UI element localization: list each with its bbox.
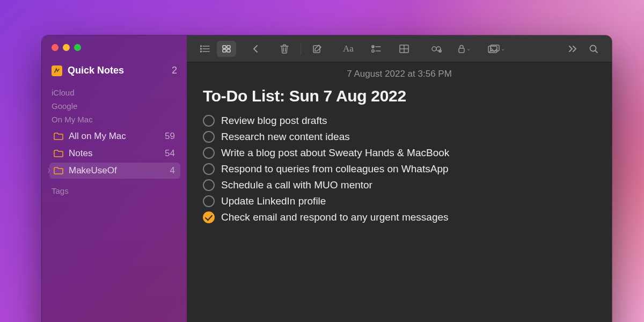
toolbar-separator bbox=[301, 43, 301, 55]
close-window-button[interactable] bbox=[52, 44, 58, 51]
quick-notes-item[interactable]: Quick Notes 2 bbox=[49, 63, 180, 78]
sidebar: Quick Notes 2 iCloud Google On My Mac Al… bbox=[42, 35, 187, 322]
note-title[interactable]: To-Do List: Sun 7 Aug 2022 bbox=[203, 87, 596, 105]
folder-name: Notes bbox=[69, 148, 92, 159]
checklist-item[interactable]: Respond to queries from colleagues on Wh… bbox=[203, 163, 596, 175]
folder-icon bbox=[54, 150, 63, 157]
checklist-checkbox[interactable] bbox=[203, 163, 215, 175]
checklist-checkbox[interactable] bbox=[203, 179, 215, 191]
folder-count: 4 bbox=[170, 165, 175, 176]
checklist-item[interactable]: Check email and respond to any urgent me… bbox=[203, 211, 596, 223]
quick-notes-count: 2 bbox=[172, 65, 177, 76]
checklist-checkbox[interactable] bbox=[203, 195, 215, 207]
disclosure-triangle-icon[interactable]: 〉 bbox=[47, 166, 54, 175]
note-timestamp: 7 August 2022 at 3:56 PM bbox=[203, 69, 596, 79]
svg-point-16 bbox=[372, 49, 374, 52]
zoom-window-button[interactable] bbox=[74, 44, 81, 51]
section-onmymac[interactable]: On My Mac bbox=[52, 115, 180, 124]
svg-point-3 bbox=[201, 46, 202, 47]
svg-point-4 bbox=[201, 48, 202, 49]
back-button[interactable] bbox=[246, 41, 265, 57]
svg-rect-26 bbox=[459, 48, 464, 53]
folder-item[interactable]: 〉MakeUseOf4 bbox=[49, 163, 180, 179]
checklist-item[interactable]: Review blog post drafts bbox=[203, 115, 596, 127]
media-button[interactable]: ⌄ bbox=[487, 41, 506, 57]
quick-notes-icon bbox=[52, 65, 62, 76]
folder-item[interactable]: All on My Mac59 bbox=[49, 128, 180, 144]
svg-point-30 bbox=[590, 45, 596, 51]
chevron-down-icon: ⌄ bbox=[466, 46, 471, 52]
checklist-checkbox[interactable] bbox=[203, 147, 215, 159]
checklist-text[interactable]: Check email and respond to any urgent me… bbox=[221, 211, 449, 223]
folder-icon bbox=[54, 167, 63, 174]
checklist-text[interactable]: Write a blog post about Sweaty Hands & M… bbox=[221, 147, 449, 159]
section-icloud[interactable]: iCloud bbox=[52, 88, 180, 97]
new-note-button[interactable] bbox=[308, 41, 327, 57]
checklist-item[interactable]: Write a blog post about Sweaty Hands & M… bbox=[203, 147, 596, 159]
section-google[interactable]: Google bbox=[52, 101, 180, 111]
checklist-checkbox[interactable] bbox=[203, 115, 215, 127]
checklist-text[interactable]: Schedule a call with MUO mentor bbox=[221, 179, 372, 191]
checklist-text[interactable]: Respond to queries from colleagues on Wh… bbox=[221, 163, 449, 175]
checklist-item[interactable]: Research new content ideas bbox=[203, 131, 596, 143]
window-controls bbox=[52, 44, 180, 51]
folder-name: All on My Mac bbox=[69, 131, 126, 142]
svg-line-31 bbox=[596, 50, 598, 53]
svg-rect-7 bbox=[227, 46, 230, 48]
link-button[interactable] bbox=[427, 41, 446, 57]
svg-point-21 bbox=[432, 47, 436, 51]
toolbar: Aa ⌄ bbox=[187, 35, 612, 62]
quick-notes-label: Quick Notes bbox=[68, 65, 124, 76]
checklist-item[interactable]: Schedule a call with MUO mentor bbox=[203, 179, 596, 191]
notes-window: Quick Notes 2 iCloud Google On My Mac Al… bbox=[42, 35, 612, 322]
desktop-background: Quick Notes 2 iCloud Google On My Mac Al… bbox=[0, 0, 644, 322]
lock-button[interactable]: ⌄ bbox=[455, 41, 474, 57]
folder-count: 59 bbox=[165, 131, 175, 142]
svg-rect-8 bbox=[223, 49, 226, 52]
more-button[interactable] bbox=[562, 41, 582, 57]
chevron-down-icon: ⌄ bbox=[501, 46, 505, 52]
format-button[interactable]: Aa bbox=[339, 41, 358, 57]
minimize-window-button[interactable] bbox=[63, 44, 70, 51]
svg-rect-6 bbox=[223, 46, 226, 48]
checklist-button[interactable] bbox=[367, 41, 386, 57]
checklist-text[interactable]: Research new content ideas bbox=[221, 131, 350, 143]
note-content[interactable]: 7 August 2022 at 3:56 PM To-Do List: Sun… bbox=[187, 62, 612, 322]
folder-list: All on My Mac59Notes54〉MakeUseOf4 bbox=[49, 128, 180, 179]
checklist-checkbox[interactable] bbox=[203, 211, 215, 223]
checklist-text[interactable]: Review blog post drafts bbox=[221, 115, 327, 127]
delete-button[interactable] bbox=[275, 41, 294, 57]
checklist: Review blog post draftsResearch new cont… bbox=[203, 115, 596, 223]
main-pane: Aa ⌄ bbox=[187, 35, 612, 322]
checklist-text[interactable]: Update LinkedIn profile bbox=[221, 195, 326, 207]
checklist-item[interactable]: Update LinkedIn profile bbox=[203, 195, 596, 207]
checklist-checkbox[interactable] bbox=[203, 131, 215, 143]
folder-count: 54 bbox=[165, 148, 175, 159]
folder-name: MakeUseOf bbox=[69, 165, 117, 176]
search-button[interactable] bbox=[584, 41, 603, 57]
folder-icon bbox=[54, 133, 63, 140]
view-gallery-button[interactable] bbox=[217, 41, 236, 57]
table-button[interactable] bbox=[394, 41, 414, 57]
folder-item[interactable]: Notes54 bbox=[49, 145, 180, 162]
section-tags[interactable]: Tags bbox=[52, 186, 180, 195]
svg-rect-9 bbox=[227, 49, 230, 52]
view-list-button[interactable] bbox=[195, 41, 215, 57]
svg-point-5 bbox=[201, 51, 202, 52]
